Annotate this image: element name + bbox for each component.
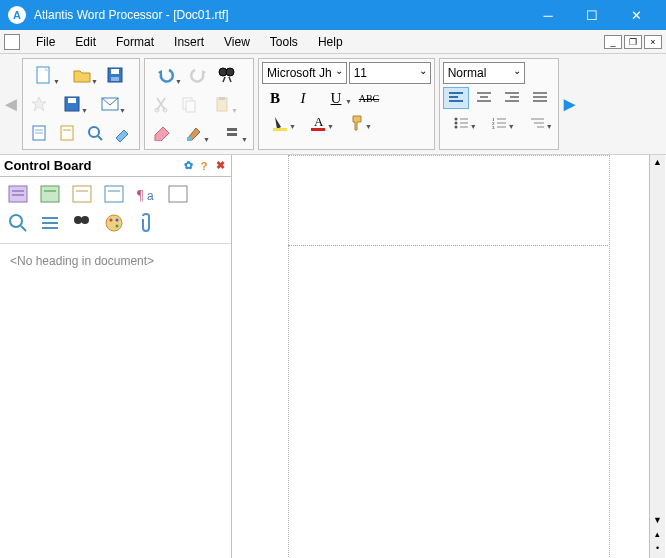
toolbar-scroll-left[interactable]: ◄ bbox=[2, 58, 20, 150]
menu-file[interactable]: File bbox=[26, 32, 65, 52]
font-size-select[interactable]: 11 bbox=[349, 62, 431, 84]
page-margin-guide bbox=[288, 155, 610, 558]
svg-point-75 bbox=[110, 219, 113, 222]
save-as-button[interactable]: ▼ bbox=[54, 91, 90, 117]
maximize-button[interactable]: ☐ bbox=[570, 0, 614, 30]
control-board-toolbar: ¶a bbox=[0, 177, 231, 244]
svg-rect-55 bbox=[9, 186, 27, 202]
mdi-controls: _ ❐ × bbox=[604, 35, 662, 49]
page-setup-button[interactable] bbox=[26, 120, 52, 146]
cut-button[interactable] bbox=[148, 91, 174, 117]
svg-rect-5 bbox=[68, 98, 76, 103]
svg-line-68 bbox=[21, 226, 26, 231]
toolbar-area: ◄ ▼ ▼ ▼ ▼ ▼ ▼ bbox=[0, 54, 666, 155]
scroll-up-button[interactable]: ▲ bbox=[651, 155, 665, 169]
print-preview-button[interactable] bbox=[54, 120, 80, 146]
svg-point-40 bbox=[454, 118, 457, 121]
cb-zoom-button[interactable] bbox=[4, 210, 32, 236]
cb-clip-button[interactable] bbox=[132, 210, 160, 236]
mdi-close-button[interactable]: × bbox=[644, 35, 662, 49]
mdi-minimize-button[interactable]: _ bbox=[604, 35, 622, 49]
cb-headings-button[interactable] bbox=[4, 181, 32, 207]
highlight-button[interactable]: ▼ bbox=[214, 120, 250, 146]
highlight-color-button[interactable]: ▼ bbox=[262, 112, 298, 134]
copy-button[interactable] bbox=[176, 91, 202, 117]
document-icon[interactable] bbox=[4, 34, 20, 50]
underline-button[interactable]: U▼ bbox=[318, 87, 354, 109]
bold-button[interactable]: B bbox=[262, 87, 288, 109]
main-area: Control Board ✿ ? ✖ ¶a bbox=[0, 155, 666, 558]
cb-bookmarks-button[interactable] bbox=[36, 181, 64, 207]
toolbar-scroll-right[interactable]: ► bbox=[561, 58, 579, 150]
menu-format[interactable]: Format bbox=[106, 32, 164, 52]
vertical-scrollbar[interactable]: ▲ ▼ ▴ • ▾ bbox=[649, 155, 665, 558]
scroll-down-button[interactable]: ▼ bbox=[651, 513, 665, 527]
numbered-list-button[interactable]: 123▼ bbox=[481, 112, 517, 134]
bullet-list-button[interactable]: ▼ bbox=[443, 112, 479, 134]
multilevel-list-button[interactable]: ▼ bbox=[519, 112, 555, 134]
svg-point-12 bbox=[89, 127, 99, 137]
cb-lists-button[interactable] bbox=[68, 181, 96, 207]
page[interactable] bbox=[254, 155, 644, 558]
svg-text:A: A bbox=[314, 115, 324, 129]
align-justify-button[interactable] bbox=[527, 87, 553, 109]
close-button[interactable]: ✕ bbox=[614, 0, 658, 30]
eraser-button[interactable] bbox=[148, 120, 174, 146]
svg-rect-23 bbox=[227, 128, 237, 131]
italic-button[interactable]: I bbox=[290, 87, 316, 109]
close-panel-icon[interactable]: ✖ bbox=[213, 159, 227, 173]
align-right-button[interactable] bbox=[499, 87, 525, 109]
cb-formatting-button[interactable]: ¶a bbox=[132, 181, 160, 207]
svg-rect-62 bbox=[105, 186, 123, 202]
save-button[interactable] bbox=[102, 62, 128, 88]
undo-button[interactable]: ▼ bbox=[148, 62, 184, 88]
paste-button[interactable]: ▼ bbox=[204, 91, 240, 117]
toolbar-group-format: Microsoft Jh 11 B I U▼ ABC ▼ A▼ ▼ bbox=[258, 58, 435, 150]
menu-tools[interactable]: Tools bbox=[260, 32, 308, 52]
menu-help[interactable]: Help bbox=[308, 32, 353, 52]
caret-guide bbox=[288, 245, 608, 246]
svg-text:a: a bbox=[147, 189, 154, 203]
email-button[interactable]: ▼ bbox=[92, 91, 128, 117]
svg-rect-21 bbox=[219, 97, 225, 100]
menu-view[interactable]: View bbox=[214, 32, 260, 52]
document-canvas[interactable] bbox=[232, 155, 666, 558]
cb-outline-button[interactable] bbox=[36, 210, 64, 236]
find-button[interactable] bbox=[214, 62, 240, 88]
svg-rect-66 bbox=[169, 186, 187, 202]
svg-rect-58 bbox=[41, 186, 59, 202]
align-center-button[interactable] bbox=[471, 87, 497, 109]
new-document-button[interactable]: ▼ bbox=[26, 62, 62, 88]
svg-point-77 bbox=[116, 225, 119, 228]
menu-edit[interactable]: Edit bbox=[65, 32, 106, 52]
cb-find-button[interactable] bbox=[68, 210, 96, 236]
redo-button[interactable] bbox=[186, 62, 212, 88]
mdi-restore-button[interactable]: ❐ bbox=[624, 35, 642, 49]
style-select[interactable]: Normal bbox=[443, 62, 525, 84]
strikethrough-button[interactable]: ABC bbox=[356, 87, 382, 109]
svg-rect-22 bbox=[187, 137, 192, 141]
svg-rect-24 bbox=[227, 133, 237, 136]
svg-point-67 bbox=[10, 215, 22, 227]
minimize-button[interactable]: ─ bbox=[526, 0, 570, 30]
properties-button[interactable] bbox=[110, 120, 136, 146]
print-button[interactable] bbox=[82, 120, 108, 146]
brush-button[interactable]: ▼ bbox=[176, 120, 212, 146]
prev-page-button[interactable]: ▴ bbox=[651, 527, 665, 541]
align-left-button[interactable] bbox=[443, 87, 469, 109]
font-family-select[interactable]: Microsoft Jh bbox=[262, 62, 347, 84]
cb-palette-button[interactable] bbox=[100, 210, 128, 236]
font-color-button[interactable]: A▼ bbox=[300, 112, 336, 134]
browse-object-button[interactable]: • bbox=[651, 541, 665, 555]
svg-text:3: 3 bbox=[492, 125, 495, 130]
settings-icon[interactable]: ✿ bbox=[181, 159, 195, 173]
cb-styles-button[interactable] bbox=[100, 181, 128, 207]
open-document-button[interactable]: ▼ bbox=[64, 62, 100, 88]
svg-rect-27 bbox=[311, 128, 325, 131]
svg-rect-3 bbox=[111, 77, 119, 81]
cb-hyperlinks-button[interactable] bbox=[164, 181, 192, 207]
menu-insert[interactable]: Insert bbox=[164, 32, 214, 52]
help-icon[interactable]: ? bbox=[197, 159, 211, 173]
format-paint-button[interactable]: ▼ bbox=[338, 112, 374, 134]
favorite-button[interactable] bbox=[26, 91, 52, 117]
